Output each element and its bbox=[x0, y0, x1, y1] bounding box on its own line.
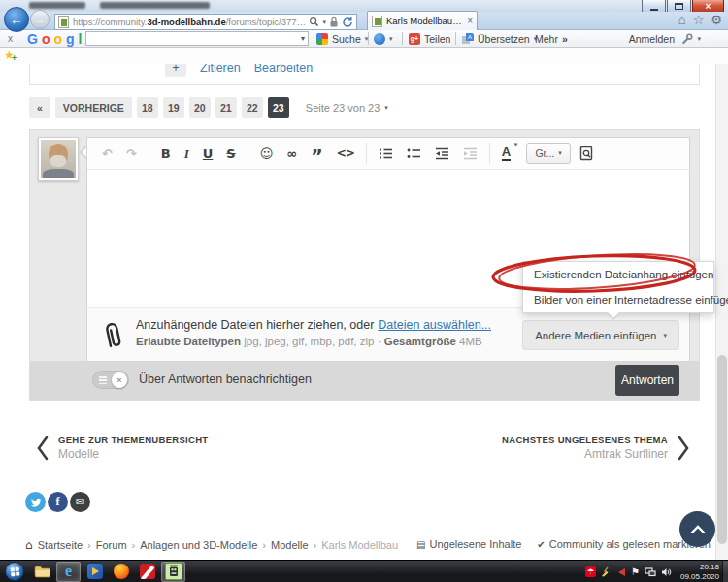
show-desktop-button[interactable] bbox=[722, 561, 728, 582]
next-topic-label[interactable]: NÄCHSTES UNGELESENES THEMA bbox=[502, 435, 668, 445]
avatar[interactable] bbox=[38, 137, 79, 181]
volume-icon[interactable] bbox=[661, 567, 672, 577]
google-search-box[interactable]: ▾ bbox=[85, 31, 309, 46]
forward-button[interactable]: → bbox=[30, 10, 50, 29]
notify-label: Über Antworten benachrichtigen bbox=[139, 372, 312, 386]
notify-toggle[interactable]: × bbox=[92, 371, 129, 389]
network-icon[interactable] bbox=[645, 567, 656, 577]
page-button-19[interactable]: 19 bbox=[163, 97, 184, 118]
taskbar-ie-button[interactable]: e bbox=[56, 562, 81, 582]
tab-close-icon[interactable]: × bbox=[467, 16, 473, 26]
taskbar-sketchup-button[interactable] bbox=[135, 562, 159, 582]
search-icon[interactable] bbox=[309, 16, 319, 27]
search-history-caret[interactable]: ▾ bbox=[301, 34, 308, 43]
page-button-18[interactable]: 18 bbox=[137, 97, 158, 118]
prev-topic-name[interactable]: Modelle bbox=[58, 447, 99, 461]
breadcrumb-startseite[interactable]: Startseite bbox=[38, 539, 83, 551]
emoji-icon[interactable]: ☺ bbox=[260, 147, 274, 160]
scrollbar-thumb[interactable] bbox=[717, 355, 727, 544]
reply-button[interactable]: Antworten bbox=[615, 365, 679, 396]
twitter-icon[interactable] bbox=[25, 492, 46, 512]
browser-tab[interactable]: Karls Modellbau - Seite 23 -... × bbox=[367, 11, 478, 30]
browser-action-icons: ⌂ ☆ ⚙ bbox=[678, 13, 722, 27]
settings-gear-icon[interactable]: ⚙ bbox=[711, 13, 722, 27]
page-button-22[interactable]: 22 bbox=[242, 97, 263, 118]
text-color-button[interactable]: A▾ bbox=[502, 146, 511, 161]
ordered-list-icon[interactable] bbox=[379, 147, 393, 160]
search-dropdown-caret[interactable]: ▾ bbox=[322, 18, 326, 26]
toolbar-orb-button[interactable]: ▾ bbox=[374, 30, 393, 47]
breadcrumb-anlagen[interactable]: Anlagen und 3D-Modelle bbox=[140, 539, 257, 551]
previous-page-button[interactable]: VORHERIGE bbox=[55, 97, 132, 118]
strikethrough-button[interactable]: S bbox=[226, 147, 235, 160]
menu-item-existing-attachment[interactable]: Existierenden Dateianhang einfügen bbox=[523, 262, 713, 287]
quote-icon[interactable]: ” bbox=[311, 147, 323, 166]
mehr-button[interactable]: Mehr» bbox=[535, 30, 568, 47]
taskbar-clock[interactable]: 20:1809.05.2020 bbox=[680, 563, 719, 581]
scrollbar[interactable] bbox=[715, 64, 728, 560]
redo-icon[interactable]: ↷ bbox=[126, 147, 137, 160]
page-button-20[interactable]: 20 bbox=[189, 97, 211, 118]
google-search-input[interactable] bbox=[86, 32, 301, 45]
underline-button[interactable]: U bbox=[203, 147, 214, 160]
breadcrumb-modelle[interactable]: Modelle bbox=[271, 539, 309, 551]
next-topic-chevron-icon[interactable] bbox=[676, 435, 691, 462]
page-button-21[interactable]: 21 bbox=[215, 97, 237, 118]
home-icon[interactable]: ⌂ bbox=[678, 13, 686, 27]
back-button[interactable]: ← bbox=[4, 7, 29, 32]
prev-topic-label[interactable]: GEHE ZUR THEMENÜBERSICHT bbox=[58, 435, 208, 445]
other-media-button[interactable]: Andere Medien einfügen▾ bbox=[522, 320, 679, 350]
favorites-star-icon[interactable]: ☆ bbox=[693, 13, 705, 27]
email-icon[interactable]: ✉ bbox=[70, 492, 90, 512]
toolbar-wrench-button[interactable]: ▾ bbox=[681, 30, 701, 47]
outdent-icon[interactable] bbox=[435, 147, 449, 160]
toolbar-divider bbox=[402, 32, 403, 45]
first-page-button[interactable]: « bbox=[29, 97, 50, 118]
audio-app-icon[interactable] bbox=[616, 567, 626, 577]
redacted-window-title bbox=[29, 2, 85, 9]
undo-icon[interactable]: ↶ bbox=[102, 147, 113, 160]
sketchup-icon bbox=[140, 564, 155, 579]
home-icon[interactable]: ⌂ bbox=[25, 538, 33, 552]
italic-button[interactable]: I bbox=[184, 147, 189, 160]
taskbar-explorer-button[interactable] bbox=[30, 562, 54, 582]
page-button-23-active[interactable]: 23 bbox=[268, 97, 289, 118]
page-info-dropdown[interactable]: Seite 23 von 23▾ bbox=[306, 102, 388, 113]
google-toolbar: x Google ▾ Suche▾ ▾ g+ Teilen A Übersetz… bbox=[0, 30, 728, 48]
google-suche-button[interactable]: Suche▾ bbox=[316, 30, 368, 47]
start-button[interactable] bbox=[5, 562, 24, 581]
indent-icon[interactable] bbox=[463, 147, 478, 160]
anmelden-link[interactable]: Anmelden bbox=[629, 30, 675, 47]
menu-item-image-from-url[interactable]: Bilder von einer Internetadresse einfüge… bbox=[523, 287, 713, 312]
redacted-window-title bbox=[100, 2, 210, 9]
unread-content-link[interactable]: ▤Ungelesene Inhalte bbox=[416, 538, 521, 550]
address-bar[interactable]: https://community.3d-modellbahn.de/forum… bbox=[54, 14, 357, 30]
zitieren-link[interactable]: Zitieren bbox=[200, 64, 241, 75]
teilen-button[interactable]: g+ Teilen bbox=[409, 30, 450, 47]
taskbar-media-player-button[interactable] bbox=[83, 562, 107, 582]
scroll-to-top-button[interactable] bbox=[679, 511, 715, 547]
action-center-flag-icon[interactable]: ⚑ bbox=[631, 567, 640, 577]
attach-drag-text: Anzuhängende Dateien hierher ziehen, ode… bbox=[136, 318, 491, 332]
font-size-dropdown[interactable]: Gr...▾ bbox=[526, 143, 571, 164]
choose-files-link[interactable]: Dateien auswählen... bbox=[378, 318, 491, 332]
bearbeiten-link[interactable]: Bearbeiten bbox=[254, 64, 313, 75]
bold-button[interactable]: B bbox=[161, 147, 171, 160]
unordered-list-icon[interactable] bbox=[407, 147, 421, 160]
taskbar-modellbahn-studio-button[interactable] bbox=[161, 562, 185, 582]
site-favicon bbox=[58, 16, 69, 28]
refresh-icon[interactable] bbox=[342, 16, 353, 28]
prev-topic-chevron-icon[interactable] bbox=[35, 435, 50, 462]
breadcrumb-forum[interactable]: Forum bbox=[96, 539, 127, 551]
antivirus-icon[interactable]: ☂ bbox=[585, 566, 596, 577]
cleaner-icon[interactable] bbox=[601, 566, 612, 577]
preview-icon[interactable] bbox=[579, 146, 593, 161]
uebersetzen-button[interactable]: A Übersetzen▾ bbox=[462, 30, 537, 47]
link-icon[interactable]: ∞ bbox=[286, 147, 297, 160]
toolbar-close-icon[interactable]: x bbox=[8, 30, 13, 47]
taskbar-firefox-button[interactable] bbox=[109, 562, 133, 582]
code-icon[interactable]: <> bbox=[337, 147, 354, 159]
quote-plus-button[interactable]: + bbox=[165, 64, 186, 77]
next-topic-name[interactable]: Amtrak Surfliner bbox=[584, 447, 668, 461]
facebook-icon[interactable]: f bbox=[48, 492, 68, 512]
